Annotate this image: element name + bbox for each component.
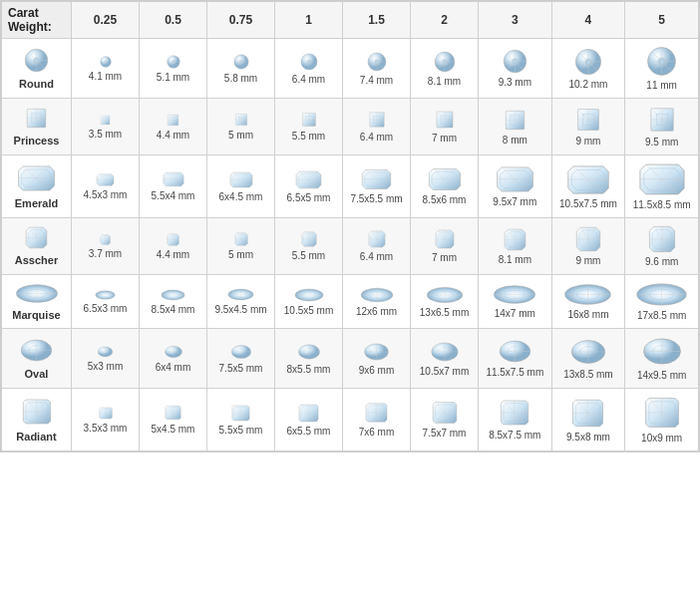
row-marquise: Marquise 6.5x3 mm [2, 275, 699, 329]
size-label: 10x9 mm [641, 433, 682, 444]
size-label: 10.5x7 mm [420, 366, 469, 377]
weight-col-7: 3 [479, 2, 552, 39]
size-label: 3.5 mm [89, 129, 122, 140]
cell-princess-8: 9.5 mm [625, 99, 699, 155]
size-label: 9.5x7 mm [493, 196, 536, 207]
cell-marquise-4: 12x6 mm [343, 275, 411, 329]
size-label: 6x4.5 mm [219, 191, 263, 202]
cell-asscher-6: 8.1 mm [479, 218, 552, 275]
shape-label: Marquise [12, 309, 60, 321]
cell-radiant-2: 5.5x5 mm [207, 389, 275, 451]
svg-point-35 [375, 60, 379, 64]
size-label: 9x6 mm [359, 365, 395, 376]
cell-marquise-6: 14x7 mm [479, 275, 552, 329]
size-label: 7 mm [432, 252, 457, 263]
weight-col-3: 0.75 [207, 2, 275, 39]
cell-radiant-3: 6x5.5 mm [275, 389, 343, 451]
cell-round-0: 4.1 mm [72, 39, 140, 99]
shape-cell-emerald: Emerald [2, 155, 72, 218]
size-label: 13x6.5 mm [420, 307, 469, 318]
size-label: 11.5x8.5 mm [633, 199, 691, 210]
svg-point-29 [307, 60, 311, 64]
cell-princess-3: 5.5 mm [275, 99, 343, 155]
cell-asscher-8: 9.6 mm [625, 218, 699, 275]
cell-round-3: 6.4 mm [275, 39, 343, 99]
cell-princess-5: 7 mm [411, 99, 479, 155]
svg-point-23 [239, 60, 242, 63]
size-label: 13x8.5 mm [563, 369, 612, 380]
shape-cell-asscher: Asscher [2, 218, 72, 275]
cell-radiant-8: 10x9 mm [625, 389, 699, 451]
shape-cell-oval: Oval [2, 329, 72, 389]
weight-col-2: 0.5 [140, 2, 207, 39]
row-round: Round 4.1 mm [2, 39, 699, 99]
size-label: 10.5x5 mm [284, 305, 333, 316]
cell-asscher-2: 5 mm [207, 218, 275, 275]
size-label: 4.1 mm [89, 71, 122, 82]
size-label: 7.5x7 mm [423, 428, 467, 439]
cell-oval-8: 14x9.5 mm [625, 329, 699, 389]
cell-princess-4: 6.4 mm [343, 99, 411, 155]
cell-emerald-0: 4.5x3 mm [72, 155, 140, 218]
size-label: 6.4 mm [360, 251, 393, 262]
size-label: 10.5x7.5 mm [559, 198, 617, 209]
size-label: 14x7 mm [495, 308, 535, 319]
weight-col-8: 4 [551, 2, 625, 39]
size-label: 8.5x4 mm [152, 304, 195, 315]
shape-label: Round [19, 78, 54, 90]
cell-emerald-1: 5.5x4 mm [140, 155, 207, 218]
cell-emerald-8: 11.5x8.5 mm [625, 155, 699, 218]
row-princess: Princess 3.5 mm [2, 99, 699, 155]
svg-point-59 [659, 58, 665, 64]
cell-oval-7: 13x8.5 mm [551, 329, 625, 389]
cell-asscher-0: 3.7 mm [72, 218, 140, 275]
size-label: 10.2 mm [569, 79, 608, 90]
size-label: 9.3 mm [499, 77, 531, 88]
weight-col-5: 1.5 [343, 2, 411, 39]
cell-radiant-4: 7x6 mm [343, 389, 411, 451]
row-oval: Oval 5x3 mm 6x4 mm [2, 329, 699, 389]
size-label: 8 mm [503, 135, 527, 146]
cell-emerald-2: 6x4.5 mm [207, 155, 275, 218]
row-emerald: Emerald 4.5x3 mm [2, 155, 699, 218]
cell-oval-3: 8x5.5 mm [275, 329, 343, 389]
svg-point-5 [34, 58, 39, 63]
size-label: 7.5x5 mm [219, 363, 263, 374]
size-label: 8.5x6 mm [423, 194, 467, 205]
cell-marquise-2: 9.5x4.5 mm [207, 275, 275, 329]
size-label: 7 mm [432, 133, 457, 144]
shape-cell-radiant: Radiant [2, 389, 72, 451]
size-label: 12x6 mm [356, 306, 397, 317]
size-label: 5.5 mm [292, 131, 325, 142]
svg-point-47 [513, 59, 518, 64]
size-label: 7.4 mm [360, 75, 393, 86]
row-asscher: Asscher 3.7 mm [2, 218, 699, 275]
diamond-size-chart: Carat Weight: 0.25 0.5 0.75 1 1.5 2 3 4 … [0, 0, 700, 452]
size-label: 5 mm [228, 130, 253, 141]
cell-marquise-8: 17x8.5 mm [625, 275, 699, 329]
weight-col-4: 1 [275, 2, 343, 39]
size-label: 5x4.5 mm [152, 424, 195, 435]
cell-radiant-7: 9.5x8 mm [551, 389, 625, 451]
size-label: 3.7 mm [89, 248, 122, 259]
cell-oval-0: 5x3 mm [72, 329, 140, 389]
svg-point-53 [585, 59, 591, 65]
cell-princess-1: 4.4 mm [140, 99, 207, 155]
size-label: 7x6 mm [359, 427, 395, 438]
cell-asscher-1: 4.4 mm [140, 218, 207, 275]
size-label: 9 mm [575, 136, 600, 147]
cell-radiant-0: 3.5x3 mm [72, 389, 140, 451]
cell-marquise-0: 6.5x3 mm [72, 275, 140, 329]
size-label: 4.5x3 mm [84, 189, 128, 200]
weight-col-1: 0.25 [72, 2, 140, 39]
cell-radiant-6: 8.5x7.5 mm [479, 389, 552, 451]
size-label: 5.5x4 mm [152, 190, 195, 201]
cell-round-8: 11 mm [625, 39, 699, 99]
row-radiant: Radiant 3.5x3 mm [2, 389, 699, 451]
svg-point-11 [104, 60, 106, 62]
size-label: 11 mm [646, 80, 677, 91]
cell-emerald-4: 7.5x5.5 mm [343, 155, 411, 218]
shape-label: Oval [25, 368, 49, 380]
size-label: 5 mm [228, 249, 253, 260]
weight-col-9: 5 [625, 2, 699, 39]
